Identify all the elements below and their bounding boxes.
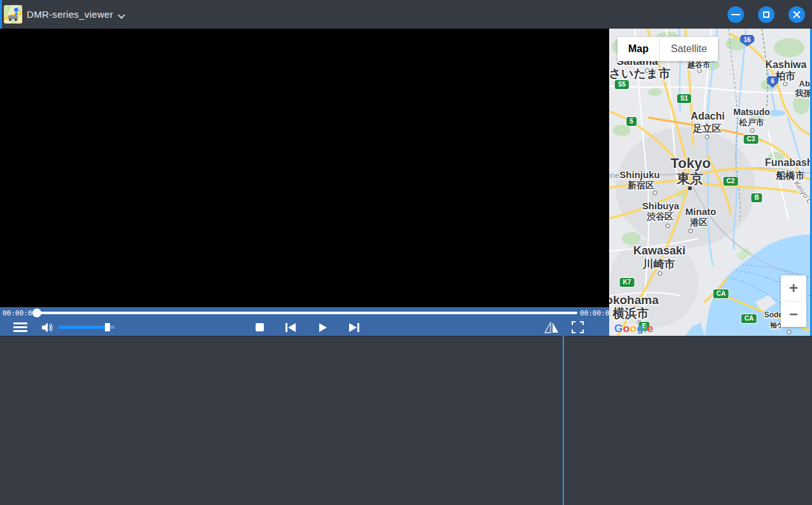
- map-city-dot: [750, 128, 755, 133]
- google-logo: Google: [614, 322, 654, 335]
- route-shield: B: [751, 193, 762, 202]
- map-place-label: Funabashi: [765, 157, 812, 169]
- google-logo-letter: g: [637, 322, 644, 335]
- map-city-dot: [689, 229, 693, 233]
- map-place-label: Shibuya: [642, 200, 679, 211]
- route-shield: 5: [626, 117, 637, 126]
- seek-slider[interactable]: [33, 312, 577, 314]
- route-shield: C3: [744, 135, 759, 144]
- menu-button[interactable]: [11, 319, 29, 336]
- route-shield: CA: [741, 314, 757, 323]
- map-place-label-ja: 川崎市: [643, 257, 675, 272]
- fullscreen-button[interactable]: [568, 319, 586, 336]
- map-place-label: Minato: [685, 206, 716, 217]
- volume-fill: [58, 326, 107, 329]
- app-title: DMR-series_viewer: [27, 9, 113, 20]
- route-shield: K7: [620, 278, 635, 287]
- play-button[interactable]: [315, 319, 331, 336]
- map-place-label-ja: 東京: [677, 170, 703, 188]
- map-place-label-ja: 足立区: [693, 123, 722, 135]
- map-place-label: Kashiwa: [766, 59, 807, 71]
- google-logo-letter: G: [614, 322, 623, 335]
- speaker-icon: [41, 322, 53, 333]
- volume-slider[interactable]: [58, 326, 114, 329]
- google-logo-letter: o: [623, 322, 630, 335]
- map-place-label-ja: 横浜市: [613, 305, 649, 322]
- map-type-satellite-button[interactable]: Satellite: [659, 37, 718, 61]
- flip-horizontal-button[interactable]: [543, 319, 561, 336]
- maximize-button[interactable]: [758, 6, 774, 23]
- map-place-label-ja: 柏市: [775, 70, 795, 83]
- title-bar: DMR-series_viewer: [0, 0, 812, 29]
- map-city-dot: [787, 330, 792, 335]
- map-place-label: ine: [609, 171, 619, 180]
- minimize-button[interactable]: [727, 6, 744, 23]
- chevron-down-icon[interactable]: [119, 13, 124, 18]
- menu-icon: [13, 326, 27, 328]
- menu-icon: [13, 330, 27, 332]
- route-shield: S1: [677, 94, 691, 103]
- map-place-label: Matsudo: [733, 107, 770, 117]
- next-button[interactable]: [346, 319, 362, 336]
- route-shield: C2: [724, 177, 738, 186]
- map-place-label-ja: 船橋市: [776, 170, 805, 182]
- app-icon-wheel: [15, 18, 17, 21]
- map-place-label: Adachi: [691, 111, 724, 122]
- map-place-label-ja: 新宿区: [628, 180, 654, 191]
- app-icon-pin: [13, 7, 19, 13]
- seek-slider-handle[interactable]: [32, 308, 41, 317]
- window-edge-accent: [0, 0, 2, 29]
- map-place-label-ja: 松戸市: [740, 117, 764, 128]
- zoom-in-button[interactable]: +: [781, 275, 806, 301]
- play-icon: [319, 322, 327, 333]
- playback-controls: [0, 319, 609, 336]
- map-place-label: Kawasaki: [633, 244, 685, 258]
- app-icon: [4, 5, 22, 24]
- flip-horizontal-icon: [544, 322, 560, 333]
- stop-icon: [256, 323, 264, 331]
- map-place-label-ja: 越谷市: [687, 60, 710, 71]
- video-display[interactable]: [0, 29, 609, 307]
- close-button[interactable]: [788, 6, 805, 23]
- next-icon: [348, 322, 360, 333]
- menu-icon: [13, 322, 27, 324]
- seek-bar-row: 00:00:00 00:00:00: [0, 307, 609, 319]
- map-city-dot: [658, 272, 663, 276]
- route-shield: S5: [615, 80, 629, 89]
- map-type-control: Map Satellite: [617, 37, 718, 61]
- google-logo-letter: o: [630, 322, 637, 335]
- map-place-label-ja: 港区: [690, 217, 708, 228]
- google-logo-letter: e: [647, 322, 654, 335]
- minimize-icon: [731, 14, 740, 15]
- map-city-dot: [666, 224, 670, 228]
- panel-separator: [563, 336, 564, 505]
- map-place-label: Shinjuku: [619, 169, 659, 180]
- previous-button[interactable]: [282, 319, 299, 336]
- stop-button[interactable]: [252, 319, 267, 336]
- zoom-out-button[interactable]: −: [781, 301, 806, 327]
- map-type-map-button[interactable]: Map: [617, 37, 659, 61]
- fullscreen-icon: [572, 321, 584, 333]
- map-zoom-control: + −: [781, 275, 806, 327]
- map-city-dot: [705, 135, 710, 139]
- map-place-label-ja: 渋谷区: [647, 211, 673, 223]
- previous-icon: [285, 322, 296, 333]
- time-elapsed: 00:00:00: [3, 309, 36, 317]
- volume-handle[interactable]: [105, 323, 110, 331]
- volume-button[interactable]: [39, 319, 55, 336]
- route-shield: CA: [713, 289, 729, 298]
- map-view[interactable]: Saitamaさいたま市越谷市Kashiwa柏市Abi我孫子Matsudo松戸市…: [609, 29, 812, 336]
- app-icon-wheel: [9, 18, 11, 21]
- dashboard-panel: 20406080100120140160180km/h ALPINE 速度： 0…: [0, 336, 812, 505]
- maximize-icon: [763, 11, 769, 18]
